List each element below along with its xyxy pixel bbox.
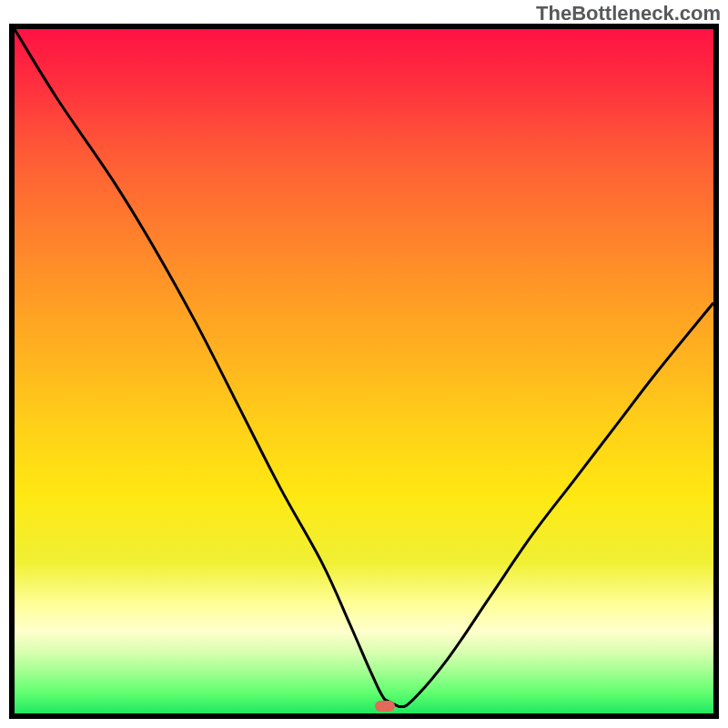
minimum-marker <box>375 701 395 712</box>
chart-container: TheBottleneck.com <box>0 0 728 728</box>
watermark-text: TheBottleneck.com <box>536 2 721 25</box>
curve-path <box>15 29 713 707</box>
plot-area <box>9 24 719 719</box>
curve-svg <box>15 29 713 713</box>
